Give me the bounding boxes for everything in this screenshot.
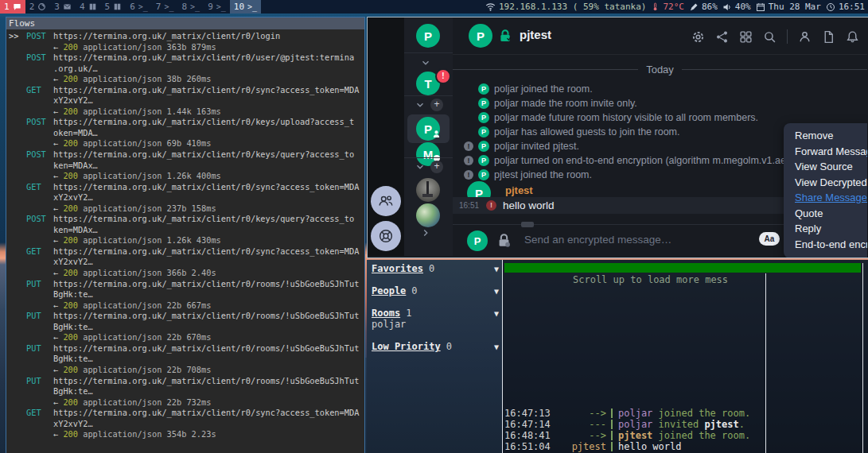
menu-item-view-source[interactable]: View Source xyxy=(784,159,867,175)
notifications-bell-icon[interactable] xyxy=(846,30,859,44)
chevron-right-icon[interactable] xyxy=(420,227,431,238)
workspace-button-2[interactable]: 2 xyxy=(25,0,51,14)
room-avatar[interactable]: P xyxy=(416,117,440,141)
buffer-group-rooms[interactable]: Rooms1▼ xyxy=(372,308,499,319)
formatting-button[interactable]: Aa xyxy=(759,232,780,246)
response-arrow: ← xyxy=(53,203,63,215)
request-url: https://termina.org.uk/_matrix/client/r0… xyxy=(53,311,359,322)
avatar[interactable]: P xyxy=(416,24,440,48)
menu-item-quote[interactable]: Quote xyxy=(784,206,867,222)
flow-row[interactable]: POSThttps://termina.org.uk/_matrix/clien… xyxy=(6,52,364,85)
apps-grid-icon[interactable] xyxy=(739,30,753,44)
share-icon[interactable] xyxy=(715,30,729,44)
book-icon xyxy=(113,2,122,11)
workspace-button-10[interactable]: 10>_ xyxy=(230,0,261,14)
request-url-wrap: ken=MDAx… xyxy=(53,161,98,172)
composer-handle[interactable] xyxy=(521,222,534,227)
menu-item-end-to-end-encry[interactable]: End-to-end encry xyxy=(784,237,867,253)
explore-button[interactable] xyxy=(371,221,401,251)
flow-row[interactable]: POSThttps://termina.org.uk/_matrix/clien… xyxy=(6,149,364,182)
flow-row[interactable]: GEThttps://termina.org.uk/_matrix/client… xyxy=(6,85,364,118)
room-header-avatar[interactable]: P xyxy=(469,24,492,48)
flow-row[interactable]: >>POSThttps://termina.org.uk/_matrix/cli… xyxy=(6,31,364,52)
state-event-text: poljar joined the room. xyxy=(494,83,593,95)
menu-item-forward-message[interactable]: Forward Message xyxy=(784,144,867,160)
state-event-text: poljar made future room history visible … xyxy=(494,112,758,123)
flow-url-wrap-line: xY2xvY2… xyxy=(6,192,364,203)
flow-request-line: GEThttps://termina.org.uk/_matrix/client… xyxy=(6,182,364,193)
chat-timestamp: 16:47:14 xyxy=(504,419,551,430)
flow-row[interactable]: POSThttps://termina.org.uk/_matrix/clien… xyxy=(6,214,364,246)
workspace-button-7[interactable]: 7>_ xyxy=(152,0,178,14)
flow-row[interactable]: PUThttps://termina.org.uk/_matrix/client… xyxy=(6,376,364,408)
flow-url-wrap-line: BgHk:te… xyxy=(6,386,364,397)
warning-slot: ! xyxy=(464,170,478,180)
collapse-triangle-icon[interactable]: ▼ xyxy=(494,309,499,318)
flow-row[interactable]: GEThttps://termina.org.uk/_matrix/client… xyxy=(6,246,364,279)
people-group-icon xyxy=(377,192,395,210)
buffer-group-label: Favorites xyxy=(372,263,423,274)
workspace-button-5[interactable]: 5 xyxy=(101,0,127,14)
flow-row[interactable]: POSThttps://termina.org.uk/_matrix/clien… xyxy=(6,117,364,149)
community-people-button[interactable] xyxy=(371,186,401,216)
collapse-triangle-icon[interactable]: ▼ xyxy=(494,287,499,296)
chevron-down-icon[interactable] xyxy=(420,57,431,68)
add-room-button[interactable]: + xyxy=(430,161,443,173)
chat-message: hello world xyxy=(618,441,681,452)
collapse-triangle-icon[interactable]: ▼ xyxy=(494,343,499,351)
room-name: pjtest xyxy=(520,28,551,41)
member-list-icon[interactable] xyxy=(798,30,812,44)
buffer-group-favorites[interactable]: Favorites0▼ xyxy=(372,263,499,274)
workspace-button-9[interactable]: 9>_ xyxy=(204,0,230,14)
flow-row[interactable]: PUThttps://termina.org.uk/_matrix/client… xyxy=(6,311,364,343)
flows-title-bar: Flows xyxy=(6,17,364,29)
chevron-down-icon[interactable] xyxy=(415,99,426,110)
flow-row[interactable]: GEThttps://termina.org.uk/_matrix/client… xyxy=(6,408,364,440)
temperature-text: 72°C xyxy=(663,2,684,12)
workspace-button-1[interactable]: 1 xyxy=(0,0,25,14)
state-event-text: pjtest joined the room. xyxy=(494,169,592,180)
flow-url-wrap-line: BgHk:te… xyxy=(6,354,364,365)
room-avatar[interactable]: T! xyxy=(416,72,440,95)
search-icon[interactable] xyxy=(763,30,777,44)
room-avatar[interactable] xyxy=(416,178,440,202)
workspace-button-6[interactable]: 6>_ xyxy=(126,0,152,14)
file-list-icon[interactable] xyxy=(822,30,835,44)
brightness-text: 86% xyxy=(702,2,718,12)
settings-icon[interactable] xyxy=(691,30,705,44)
flow-row[interactable]: GEThttps://termina.org.uk/_matrix/client… xyxy=(6,182,364,215)
response-status: 200 xyxy=(63,397,78,408)
flow-response-line: ← 200 application/json 354b 2.23s xyxy=(6,429,364,440)
buffer-group-people[interactable]: People0▼ xyxy=(372,285,499,296)
chat-prefix: --- xyxy=(551,419,611,430)
menu-item-remove[interactable]: Remove xyxy=(784,128,867,144)
flow-response-line: ← 200 application/json 22b 732ms xyxy=(6,397,364,408)
composer-input[interactable]: Send an encrypted message… xyxy=(524,234,671,246)
http-method: POST xyxy=(26,31,53,42)
workspace-number: 3 xyxy=(54,2,60,12)
chat-timestamp: 16:51:04 xyxy=(504,441,551,452)
request-url: https://termina.org.uk/_matrix/client/r0… xyxy=(53,85,359,96)
menu-item-view-decrypted-s[interactable]: View Decrypted S xyxy=(784,175,867,191)
menu-item-reply[interactable]: Reply xyxy=(784,221,867,237)
request-url: https://termina.org.uk/_matrix/client/r0… xyxy=(53,246,359,257)
workspace-button-8[interactable]: 8>_ xyxy=(177,0,204,14)
menu-item-share-message[interactable]: Share Message xyxy=(784,190,867,206)
weechat-chat-area: Scroll up to load more mess 16:47:13-->p… xyxy=(503,260,868,453)
selection-marker xyxy=(6,408,26,419)
flow-row[interactable]: PUThttps://termina.org.uk/_matrix/client… xyxy=(6,279,364,312)
buffer-group-low-priority[interactable]: Low Priority0▼ xyxy=(372,341,499,352)
collapse-triangle-icon[interactable]: ▼ xyxy=(494,265,499,273)
workspace-number: 7 xyxy=(156,2,162,12)
response-meta: application/json 22b 667ms xyxy=(78,300,211,312)
add-room-button[interactable]: + xyxy=(430,99,443,111)
buffer-item-poljar[interactable]: poljar xyxy=(372,319,406,330)
request-url: https://termina.org.uk/_matrix/client/r0… xyxy=(53,117,354,128)
workspace-button-3[interactable]: 3 xyxy=(50,0,76,14)
chevron-down-icon[interactable] xyxy=(415,161,426,172)
composer-lock-icon xyxy=(496,232,512,249)
flow-row[interactable]: PUThttps://termina.org.uk/_matrix/client… xyxy=(6,343,364,376)
workspace-number: 6 xyxy=(130,2,135,12)
room-avatar[interactable] xyxy=(416,203,440,227)
workspace-button-4[interactable]: 4 xyxy=(76,0,101,14)
